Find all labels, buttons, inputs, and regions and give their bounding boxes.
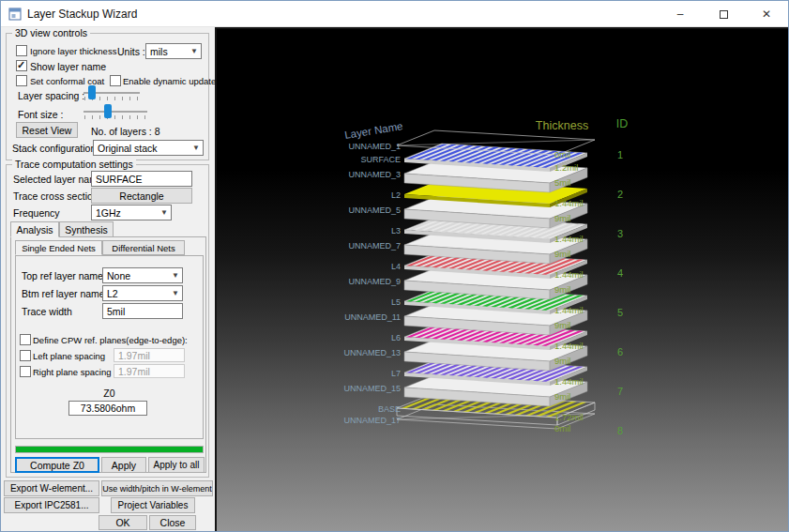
layer-spacing-slider[interactable] xyxy=(83,84,140,101)
stack-3d-viewport[interactable]: Layer Name Thickness ID UNNAMED_10milSUR… xyxy=(215,27,789,532)
right-plane-spacing-checkbox[interactable] xyxy=(20,366,31,377)
maximize-icon xyxy=(720,10,728,19)
tab-single-ended-nets[interactable]: Single Ended Nets xyxy=(15,240,102,255)
stack-label: UNNAMED_11 xyxy=(344,312,401,322)
stack-label: BASE xyxy=(378,404,401,414)
right-plane-spacing-label: Right plane spacing xyxy=(33,367,111,378)
stack-label: UNNAMED_1 xyxy=(348,142,401,151)
analysis-pane: Single Ended Nets Differential Nets Top … xyxy=(10,236,206,473)
units-value: mils xyxy=(150,46,168,57)
font-size-slider-thumb[interactable] xyxy=(104,104,112,118)
export-w-element-button[interactable]: Export W-element... xyxy=(4,480,99,496)
stack-label: 6 xyxy=(617,346,623,357)
z0-value-field[interactable]: 73.5806ohm xyxy=(68,401,147,416)
num-layers-label: No. of layers : 8 xyxy=(91,126,160,137)
stack-label: 1.72mil xyxy=(554,412,584,422)
title-bar[interactable]: Layer Stackup Wizard – ✕ xyxy=(1,1,788,27)
top-ref-layer-value: None xyxy=(107,270,130,281)
tab-synthesis[interactable]: Synthesis xyxy=(59,221,114,237)
stack-label: 9mil xyxy=(554,320,570,330)
stack-label: UNNAMED_17 xyxy=(343,416,401,425)
font-size-slider[interactable] xyxy=(83,103,147,120)
stack-label: L6 xyxy=(391,333,401,342)
chevron-down-icon: ▼ xyxy=(172,290,179,297)
stack-label: 1.44mil xyxy=(554,198,584,208)
close-dialog-button[interactable]: Close xyxy=(149,515,196,530)
use-width-pitch-button[interactable]: Use width/pitch in W-element xyxy=(101,480,213,496)
stack-label: 9mil xyxy=(554,356,570,366)
apply-to-all-button[interactable]: Apply to all xyxy=(148,457,205,473)
layer-spacing-slider-thumb[interactable] xyxy=(88,85,96,99)
stack-label: 1.44mil xyxy=(554,305,584,315)
window-title: Layer Stackup Wizard xyxy=(27,8,137,21)
right-plane-spacing-field: 1.97mil xyxy=(114,364,185,378)
top-ref-layer-select[interactable]: None ▼ xyxy=(102,267,183,283)
stack-configuration-value: Original stack xyxy=(98,143,158,154)
trace-cross-section-button[interactable]: Rectangle xyxy=(91,188,192,204)
header-thickness: Thickness xyxy=(536,119,588,132)
stack-label: 1.44mil xyxy=(554,341,584,351)
ignore-layer-thickness-label: Ignore layer thickness xyxy=(30,46,116,57)
units-label: Units : xyxy=(117,46,145,57)
stack-label: UNNAMED_9 xyxy=(348,277,401,286)
btm-ref-layer-value: L2 xyxy=(107,288,118,299)
stack-label: 1.44mil xyxy=(554,269,584,280)
close-button[interactable]: ✕ xyxy=(745,1,788,27)
maximize-button[interactable] xyxy=(702,1,745,27)
minimize-icon: – xyxy=(677,8,684,21)
stack-label: 5 xyxy=(617,307,623,318)
stack-label: 9mil xyxy=(554,391,570,402)
reset-view-button[interactable]: Reset View xyxy=(16,122,78,138)
chevron-down-icon: ▼ xyxy=(160,209,168,217)
compute-z0-button[interactable]: Compute Z0 xyxy=(15,457,99,473)
stack-label: 1.44mil xyxy=(554,376,584,387)
group-trace-computation: Trace computation settings Selected laye… xyxy=(6,164,209,478)
stack-label: 1.44mil xyxy=(554,234,584,244)
compute-progress-bar xyxy=(15,446,204,453)
group-3d-view-controls: 3D view controls Ignore layer thickness … xyxy=(6,33,209,160)
left-plane-spacing-checkbox[interactable] xyxy=(20,350,31,361)
trace-width-field[interactable]: 5mil xyxy=(102,303,183,319)
stack-label: UNNAMED_5 xyxy=(348,205,401,215)
tab-differential-nets[interactable]: Differential Nets xyxy=(102,240,185,255)
project-variables-button[interactable]: Project Variables xyxy=(111,497,195,513)
single-ended-nets-pane: Top ref layer name None ▼ Btm ref layer … xyxy=(15,255,204,439)
stack-3d-view[interactable]: Layer Name Thickness ID UNNAMED_10milSUR… xyxy=(217,29,788,531)
progress-fill xyxy=(16,447,203,452)
slider-track[interactable] xyxy=(83,111,147,113)
frequency-value: 1GHz xyxy=(96,207,121,219)
cpw-checkbox[interactable] xyxy=(20,334,31,345)
stack-label: 3 xyxy=(617,228,623,239)
show-layer-name-checkbox[interactable] xyxy=(16,60,27,71)
trace-cross-section-label: Trace cross section xyxy=(13,190,99,202)
group-title: Trace computation settings xyxy=(12,159,136,170)
control-panel: 3D view controls Ignore layer thickness … xyxy=(1,27,215,532)
apply-button[interactable]: Apply xyxy=(101,457,146,473)
ok-button[interactable]: OK xyxy=(99,515,147,530)
units-select[interactable]: mils ▼ xyxy=(145,43,202,59)
chevron-down-icon: ▼ xyxy=(190,48,198,55)
stack-label: L4 xyxy=(391,262,401,271)
frequency-label: Frequency xyxy=(13,207,60,219)
stack-configuration-select[interactable]: Original stack ▼ xyxy=(93,140,204,156)
layer-spacing-label: Layer spacing : xyxy=(18,90,84,101)
selected-layer-field[interactable]: SURFACE xyxy=(91,171,192,187)
set-conformal-coat-checkbox[interactable] xyxy=(16,75,27,86)
stack-label: 4 xyxy=(617,267,623,279)
export-ipc2581-button[interactable]: Export IPC2581... xyxy=(4,497,99,513)
selected-layer-label: Selected layer name xyxy=(13,174,103,185)
btm-ref-layer-select[interactable]: L2 ▼ xyxy=(102,285,183,301)
chevron-down-icon: ▼ xyxy=(172,272,179,280)
stack-label: 0mil xyxy=(554,423,570,433)
ignore-layer-thickness-checkbox[interactable] xyxy=(16,45,27,56)
close-icon: ✕ xyxy=(762,8,771,21)
stack-label: SURFACE xyxy=(360,155,401,164)
stack-label: 0mil xyxy=(554,149,570,160)
header-id: ID xyxy=(616,117,629,130)
frequency-select[interactable]: 1GHz ▼ xyxy=(91,205,172,220)
tab-analysis[interactable]: Analysis xyxy=(10,221,59,237)
stack-label: 2 xyxy=(617,189,623,200)
minimize-button[interactable]: – xyxy=(659,1,702,27)
cpw-label: Define CPW ref. planes(edge-to-edge): xyxy=(33,335,188,346)
stack-label: 8 xyxy=(617,425,623,436)
